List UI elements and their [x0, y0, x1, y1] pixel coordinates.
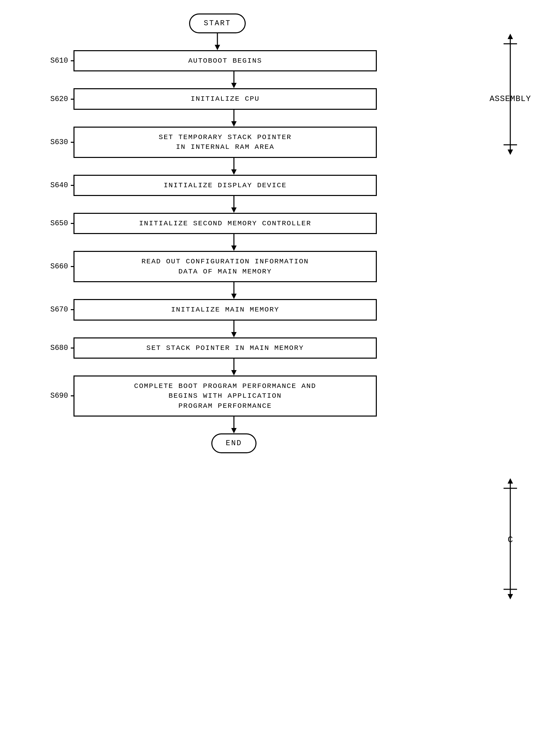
- svg-marker-29: [508, 478, 513, 484]
- arrow-6: [73, 234, 394, 251]
- s660-row: S660 READ OUT CONFIGURATION INFORMATION …: [40, 251, 394, 282]
- s670-label: S670: [40, 305, 71, 314]
- s630-connector: [71, 142, 73, 143]
- s610-box: AUTOBOOT BEGINS: [73, 50, 377, 71]
- s640-connector: [71, 185, 73, 186]
- svg-text:ASSEMBLY: ASSEMBLY: [489, 94, 531, 103]
- c-annotation: C: [487, 478, 534, 714]
- arrow-4: [73, 158, 394, 175]
- svg-marker-1: [215, 45, 220, 50]
- svg-marker-21: [508, 34, 513, 39]
- s650-connector: [71, 223, 73, 224]
- svg-marker-13: [231, 294, 237, 299]
- svg-marker-34: [508, 594, 513, 599]
- s620-row: S620 INITIALIZE CPU: [40, 88, 394, 109]
- s610-row: S610 AUTOBOOT BEGINS: [40, 50, 394, 71]
- s670-row: S670 INITIALIZE MAIN MEMORY: [40, 299, 394, 320]
- svg-marker-3: [231, 83, 237, 88]
- s610-label: S610: [40, 57, 71, 65]
- svg-marker-9: [231, 207, 237, 213]
- arrow-7: [73, 282, 394, 299]
- s680-box: SET STACK POINTER IN MAIN MEMORY: [73, 337, 377, 359]
- s630-row: S630 SET TEMPORARY STACK POINTER IN INTE…: [40, 127, 394, 158]
- start-row: START: [40, 13, 394, 33]
- s670-box: INITIALIZE MAIN MEMORY: [73, 299, 377, 320]
- s620-label: S620: [40, 95, 71, 103]
- arrow-3: [73, 110, 394, 127]
- s640-label: S640: [40, 181, 71, 190]
- assembly-annotation: ASSEMBLY: [487, 34, 534, 269]
- s650-row: S650 INITIALIZE SECOND MEMORY CONTROLLER: [40, 213, 394, 234]
- s680-connector: [71, 348, 73, 349]
- svg-marker-15: [231, 332, 237, 337]
- arrow-8: [73, 321, 394, 337]
- s680-row: S680 SET STACK POINTER IN MAIN MEMORY: [40, 337, 394, 359]
- s660-box: READ OUT CONFIGURATION INFORMATION DATA …: [73, 251, 377, 282]
- page: START S610 AUTOBOOT BEGINS S620 IN: [0, 0, 544, 756]
- end-node: END: [211, 433, 257, 453]
- svg-marker-7: [231, 169, 237, 175]
- arrow-9: [73, 359, 394, 375]
- s690-box: COMPLETE BOOT PROGRAM PERFORMANCE AND BE…: [73, 375, 377, 417]
- svg-marker-26: [508, 150, 513, 155]
- s680-label: S680: [40, 344, 71, 352]
- flowchart: START S610 AUTOBOOT BEGINS S620 IN: [40, 13, 394, 453]
- arrow-5: [73, 196, 394, 213]
- s650-label: S650: [40, 219, 71, 228]
- s660-connector: [71, 266, 73, 267]
- arrow-2: [73, 71, 394, 88]
- svg-marker-11: [231, 245, 237, 251]
- s610-connector: [71, 60, 73, 61]
- s640-row: S640 INITIALIZE DISPLAY DEVICE: [40, 175, 394, 196]
- s690-row: S690 COMPLETE BOOT PROGRAM PERFORMANCE A…: [40, 375, 394, 417]
- s620-connector: [71, 99, 73, 100]
- svg-marker-17: [231, 370, 237, 375]
- arrow-1: [40, 33, 394, 50]
- s630-box: SET TEMPORARY STACK POINTER IN INTERNAL …: [73, 127, 377, 158]
- svg-marker-19: [231, 428, 237, 433]
- s640-box: INITIALIZE DISPLAY DEVICE: [73, 175, 377, 196]
- arrow-10: [73, 417, 394, 433]
- s670-connector: [71, 309, 73, 310]
- svg-text:C: C: [508, 535, 513, 545]
- svg-marker-5: [231, 121, 237, 127]
- s690-connector: [71, 395, 73, 396]
- s690-label: S690: [40, 392, 71, 400]
- s650-box: INITIALIZE SECOND MEMORY CONTROLLER: [73, 213, 377, 234]
- start-node: START: [189, 13, 245, 33]
- s630-label: S630: [40, 138, 71, 146]
- end-row: END: [73, 433, 394, 453]
- s660-label: S660: [40, 262, 71, 271]
- s620-box: INITIALIZE CPU: [73, 88, 377, 109]
